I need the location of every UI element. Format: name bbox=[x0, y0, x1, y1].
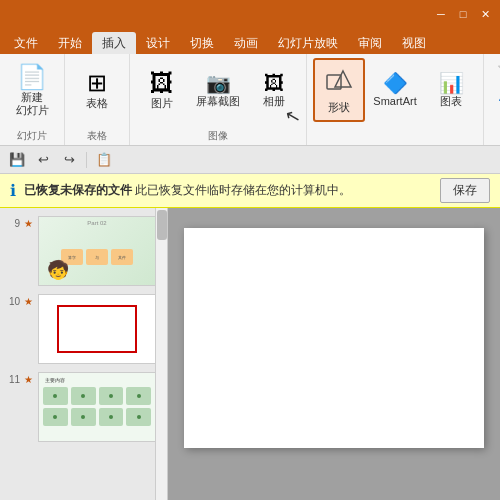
table-group-label: 表格 bbox=[87, 129, 107, 143]
slide-item-10[interactable]: 10 ★ bbox=[0, 290, 167, 368]
picture-label: 图片 bbox=[151, 97, 173, 110]
slide-thumbnail-10 bbox=[38, 294, 156, 364]
notification-bold-text: 已恢复未保存的文件 bbox=[24, 183, 132, 197]
notification-save-button[interactable]: 保存 bbox=[440, 178, 490, 203]
slides-group: 📄 新建 幻灯片 幻灯片 bbox=[0, 54, 65, 145]
tab-file[interactable]: 文件 bbox=[4, 32, 48, 54]
image-group-label: 图像 bbox=[208, 129, 228, 143]
slide-scroll-thumb[interactable] bbox=[157, 210, 167, 240]
slide9-figure: 🧒 bbox=[47, 259, 69, 281]
tab-insert[interactable]: 插入 bbox=[92, 32, 136, 54]
new-slide-icon: 📄 bbox=[17, 65, 47, 89]
tab-transition[interactable]: 切换 bbox=[180, 32, 224, 54]
shape-label: 形状 bbox=[328, 101, 350, 114]
slide-number-10: 10 bbox=[2, 296, 20, 307]
tab-animation[interactable]: 动画 bbox=[224, 32, 268, 54]
undo-button[interactable]: ↩ bbox=[32, 149, 54, 171]
table-icon: ⊞ bbox=[87, 71, 107, 95]
new-button[interactable]: 📋 bbox=[93, 149, 115, 171]
slide-star-10: ★ bbox=[24, 296, 34, 307]
album-button[interactable]: 🖼 相册 bbox=[248, 58, 300, 122]
new-slide-label: 新建 幻灯片 bbox=[16, 91, 49, 117]
image-group: 🖼 图片 📷 屏幕截图 🖼 相册 图像 bbox=[130, 54, 307, 145]
ribbon-content: 📄 新建 幻灯片 幻灯片 ⊞ 表格 表格 🖼 图片 📷 屏幕截图 bbox=[0, 54, 500, 146]
screenshot-label: 屏幕截图 bbox=[196, 95, 240, 108]
tab-home[interactable]: 开始 bbox=[48, 32, 92, 54]
notification-text: 已恢复未保存的文件 此已恢复文件临时存储在您的计算机中。 bbox=[24, 182, 432, 199]
slide-panel-scrollbar[interactable] bbox=[155, 208, 167, 500]
smartart-button[interactable]: 🔷 SmartArt bbox=[369, 58, 421, 122]
illustration-group: 形状 🔷 SmartArt 📊 图表 插图 bbox=[307, 54, 484, 145]
main-area: 9 ★ Part 02 算字 与 其件 🧒 10 bbox=[0, 208, 500, 500]
close-button[interactable]: ✕ bbox=[474, 4, 496, 24]
slide9-box3: 其件 bbox=[111, 249, 133, 265]
table-button[interactable]: ⊞ 表格 bbox=[71, 58, 123, 122]
slide10-rect bbox=[57, 305, 137, 353]
slide-thumbnail-11: 主要内容 bbox=[38, 372, 156, 442]
shape-icon bbox=[325, 67, 353, 99]
notification-bar: ℹ 已恢复未保存的文件 此已恢复文件临时存储在您的计算机中。 保存 bbox=[0, 174, 500, 208]
minimize-button[interactable]: ─ bbox=[430, 4, 452, 24]
slide-thumbnail-9: Part 02 算字 与 其件 🧒 bbox=[38, 216, 156, 286]
album-icon: 🖼 bbox=[264, 73, 284, 93]
addins-group: 🔌 获取加载项 👤 我的加载项 加载 bbox=[484, 54, 500, 145]
ribbon-tabs: 文件 开始 插入 设计 切换 动画 幻灯片放映 审阅 视图 bbox=[0, 28, 500, 54]
slide-number-11: 11 bbox=[2, 374, 20, 385]
redo-button[interactable]: ↪ bbox=[58, 149, 80, 171]
qa-separator bbox=[86, 152, 87, 168]
slide-star-9: ★ bbox=[24, 218, 34, 229]
slide-item-9[interactable]: 9 ★ Part 02 算字 与 其件 🧒 bbox=[0, 212, 167, 290]
chart-button[interactable]: 📊 图表 bbox=[425, 58, 477, 122]
slide-item-11[interactable]: 11 ★ 主要内容 bbox=[0, 368, 167, 446]
my-addins-button[interactable]: 👤 我的加载项 bbox=[490, 82, 500, 104]
tab-slideshow[interactable]: 幻灯片放映 bbox=[268, 32, 348, 54]
new-slide-button[interactable]: 📄 新建 幻灯片 bbox=[6, 58, 58, 122]
slide9-part-label: Part 02 bbox=[87, 220, 106, 226]
table-group: ⊞ 表格 表格 bbox=[65, 54, 130, 145]
smartart-label: SmartArt bbox=[373, 95, 416, 108]
table-label: 表格 bbox=[86, 97, 108, 110]
slide-panel: 9 ★ Part 02 算字 与 其件 🧒 10 bbox=[0, 208, 168, 500]
tab-view[interactable]: 视图 bbox=[392, 32, 436, 54]
get-addins-button[interactable]: 🔌 获取加载项 bbox=[490, 58, 500, 80]
tab-review[interactable]: 审阅 bbox=[348, 32, 392, 54]
picture-icon: 🖼 bbox=[150, 71, 174, 95]
album-label: 相册 bbox=[263, 95, 285, 108]
smartart-icon: 🔷 bbox=[383, 73, 408, 93]
chart-label: 图表 bbox=[440, 95, 462, 108]
slide11-content bbox=[43, 387, 151, 426]
title-bar: ─ □ ✕ bbox=[0, 0, 500, 28]
picture-button[interactable]: 🖼 图片 bbox=[136, 58, 188, 122]
chart-icon: 📊 bbox=[439, 73, 464, 93]
save-button-qa[interactable]: 💾 bbox=[6, 149, 28, 171]
slides-group-label: 幻灯片 bbox=[17, 129, 47, 143]
shape-button[interactable]: 形状 bbox=[313, 58, 365, 122]
maximize-button[interactable]: □ bbox=[452, 4, 474, 24]
screenshot-icon: 📷 bbox=[206, 73, 231, 93]
quick-access-toolbar: 💾 ↩ ↪ 📋 bbox=[0, 146, 500, 174]
notification-detail: 此已恢复文件临时存储在您的计算机中。 bbox=[135, 183, 351, 197]
screenshot-button[interactable]: 📷 屏幕截图 bbox=[192, 58, 244, 122]
slide-star-11: ★ bbox=[24, 374, 34, 385]
slide9-box2: 与 bbox=[86, 249, 108, 265]
tab-design[interactable]: 设计 bbox=[136, 32, 180, 54]
slide11-title: 主要内容 bbox=[45, 377, 65, 383]
canvas-area: ↖ bbox=[168, 208, 500, 500]
slide-canvas[interactable] bbox=[184, 228, 484, 448]
svg-marker-1 bbox=[335, 71, 351, 87]
slide-number-9: 9 bbox=[2, 218, 20, 229]
info-icon: ℹ bbox=[10, 181, 16, 200]
